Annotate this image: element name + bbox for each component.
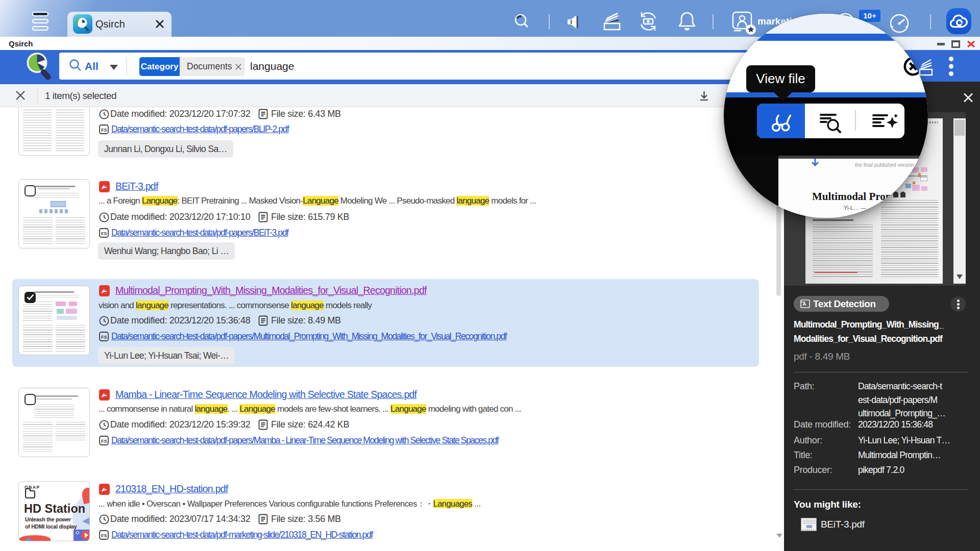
svg-text:FS: FS (101, 439, 107, 444)
svg-text:FS: FS (101, 231, 107, 236)
svg-text:FS: FS (101, 533, 107, 538)
svg-text:FS: FS (101, 128, 107, 133)
svg-text:FS: FS (101, 335, 107, 340)
